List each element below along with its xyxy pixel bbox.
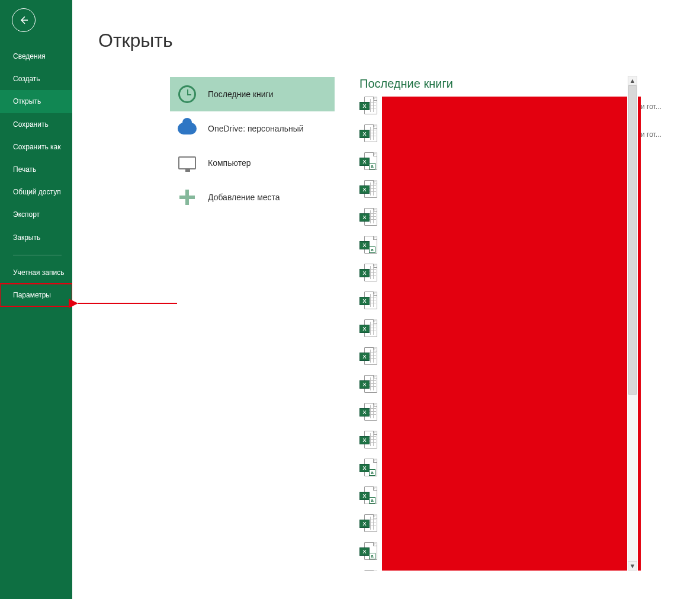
scroll-track[interactable] [628, 85, 637, 561]
excel-file-icon: X [359, 208, 377, 227]
scrollbar[interactable]: ▲ ▼ [627, 76, 638, 571]
nav-separator [13, 255, 62, 255]
source-label: Добавление места [208, 193, 280, 202]
source-onedrive[interactable]: OneDrive: персональный [170, 111, 335, 146]
scroll-up-button[interactable]: ▲ [628, 76, 637, 85]
excel-file-icon: X [359, 264, 377, 283]
nav-item-new[interactable]: Создать [0, 68, 72, 90]
nav-item-saveas[interactable]: Сохранить как [0, 136, 72, 158]
source-label: Компьютер [208, 158, 251, 168]
backstage-main: Открыть Последние книгиOneDrive: персона… [72, 0, 700, 599]
nav-item-print[interactable]: Печать [0, 158, 72, 181]
excel-file-icon: X [359, 97, 377, 116]
recent-title: Последние книги [359, 77, 641, 91]
excel-file-icon: X [359, 431, 377, 450]
plus-icon [177, 187, 197, 207]
nav-item-options[interactable]: Параметры [0, 284, 72, 306]
excel-file-icon: X [359, 292, 377, 310]
truncated-path-text: и гот... [641, 102, 662, 111]
clock-icon [177, 84, 197, 104]
excel-file-icon: X [359, 514, 377, 533]
nav-item-info[interactable]: Сведения [0, 45, 72, 68]
nav-item-open[interactable]: Открыть [0, 90, 72, 113]
scroll-down-button[interactable]: ▼ [628, 561, 637, 571]
excel-file-icon: X [359, 570, 377, 571]
nav-item-account[interactable]: Учетная запись [0, 261, 72, 284]
excel-legacy-file-icon: Xa [359, 459, 377, 478]
page-title: Открыть [98, 30, 700, 52]
excel-file-icon: X [359, 124, 377, 143]
source-addplace[interactable]: Добавление места [170, 180, 335, 214]
open-sources-list: Последние книгиOneDrive: персональныйКом… [170, 77, 335, 214]
nav-item-share[interactable]: Общий доступ [0, 181, 72, 203]
scroll-thumb[interactable] [628, 85, 637, 395]
excel-file-icon: X [359, 375, 377, 394]
excel-legacy-file-icon: Xa [359, 486, 377, 505]
source-recent[interactable]: Последние книги [170, 77, 335, 111]
nav-item-export[interactable]: Экспорт [0, 203, 72, 226]
source-computer[interactable]: Компьютер [170, 146, 335, 180]
source-label: OneDrive: персональный [208, 124, 304, 133]
backstage-nav: СведенияСоздатьОткрытьСохранитьСохранить… [0, 0, 72, 599]
source-label: Последние книги [208, 89, 274, 99]
excel-legacy-file-icon: Xa [359, 236, 377, 255]
computer-icon [177, 153, 197, 173]
excel-file-icon: X [359, 180, 377, 199]
nav-item-close[interactable]: Закрыть [0, 226, 72, 249]
back-button[interactable] [12, 8, 36, 32]
excel-legacy-file-icon: Xa [359, 542, 377, 561]
excel-file-icon: X [359, 347, 377, 366]
truncated-path-text: и гот... [641, 130, 662, 139]
nav-item-save[interactable]: Сохранить [0, 113, 72, 136]
recent-panel: Последние книги XXXaXXXaXXXXXXXXaXaXXaX … [359, 77, 641, 598]
excel-file-icon: X [359, 403, 377, 422]
cloud-icon [177, 118, 197, 139]
redaction-overlay [382, 97, 641, 571]
excel-legacy-file-icon: Xa [359, 152, 377, 171]
excel-file-icon: X [359, 319, 377, 338]
